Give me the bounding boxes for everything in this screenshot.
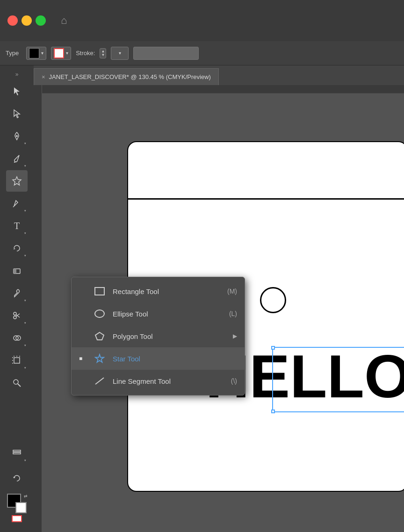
stroke-fill-button[interactable]: ▾ [51,47,71,60]
tool-corner-arrow: ▾ [24,344,26,347]
svg-rect-19 [13,450,21,452]
no-fill-icon [54,48,64,58]
ellipse-tool-shortcut: (L) [229,310,237,317]
tool-corner-arrow: ▾ [24,459,26,462]
stroke-fill-dropdown-arrow: ▾ [66,50,68,56]
tab-bar: × JANET_LASER_DISCOVER* @ 130.45 % (CMYK… [34,65,404,85]
menu-item-polygon-tool[interactable]: Polygon Tool ▶ [72,325,245,347]
type-tool-label: T [14,221,20,231]
canvas-area: × JANET_LASER_DISCOVER* @ 130.45 % (CMYK… [34,65,404,532]
svg-marker-23 [95,332,104,340]
stroke-spinner[interactable]: ▲ ▼ [100,48,106,58]
context-menu: Rectangle Tool (M) Ellipse Tool (L) [71,277,245,395]
polygon-tool-label: Polygon Tool [113,332,226,340]
pen-tool-button[interactable]: ▾ [6,125,28,147]
fill-swatch [29,48,39,58]
spinner-down-arrow[interactable]: ▼ [101,53,105,57]
tool-corner-arrow: ▾ [24,164,26,168]
swap-colors-icon[interactable]: ⇄ [24,494,28,498]
stroke-label: Stroke: [76,50,95,57]
home-icon[interactable]: ⌂ [61,14,67,27]
line-segment-tool-shortcut: (\) [231,377,237,385]
zoom-tool-button[interactable] [6,372,28,394]
artboard-tool-button[interactable]: ▾ [6,350,28,371]
type-label: Type [6,50,19,57]
tool-corner-arrow: ▾ [24,366,26,370]
svg-marker-1 [13,177,21,185]
none-swatch[interactable] [10,515,24,525]
scissors-tool-button[interactable]: ▾ [6,305,28,326]
svg-line-18 [18,384,21,387]
expand-panel-icon[interactable]: » [14,69,21,79]
menu-check-star: ■ [79,355,87,362]
polygon-tool-icon [93,330,106,343]
menu-item-star-tool[interactable]: ■ Star Tool [72,347,245,370]
fill-color-button[interactable]: ▾ [26,47,46,60]
artboard-top-line [127,198,404,200]
maximize-button[interactable] [36,15,46,26]
svg-point-0 [16,135,18,137]
top-toolbar: Type ▾ ▾ Stroke: ▲ ▼ ▾ [0,41,404,65]
fg-bg-swatch[interactable]: ⇄ [7,494,27,513]
stroke-value-field [133,47,199,60]
color-boxes: ▾ ⇄ [6,442,28,528]
stroke-dropdown-arrow: ▾ [119,50,121,56]
eyedropper-tool-button[interactable]: ▾ [6,282,28,304]
pencil-tool-button[interactable]: ▾ [6,193,28,214]
rectangle-tool-shortcut: (M) [227,288,237,295]
ellipse-tool-icon [93,307,106,320]
canvas-wrapper[interactable]: HELLO Rectangle Tool [34,85,404,532]
menu-item-ellipse-tool[interactable]: Ellipse Tool (L) [72,302,245,325]
selection-tool-button[interactable] [6,80,28,102]
tool-corner-arrow: ▾ [24,321,26,325]
stroke-dropdown-button[interactable]: ▾ [111,47,129,60]
svg-rect-20 [13,453,21,454]
eraser-tool-button[interactable] [6,260,28,281]
tool-corner-arrow: ▾ [24,142,26,145]
traffic-lights [7,15,46,26]
main-area: » ▾ ▾ ▾ [0,65,404,532]
tool-corner-arrow: ▾ [24,209,26,213]
tab-title: JANET_LASER_DISCOVER* @ 130.45 % (CMYK/P… [49,73,211,80]
fill-dropdown-arrow: ▾ [41,50,43,56]
line-segment-tool-label: Line Segment Tool [113,377,224,385]
rectangle-tool-label: Rectangle Tool [113,288,221,295]
none-swatch-inner [12,515,22,522]
ruler-left [34,85,42,532]
menu-item-line-segment-tool[interactable]: Line Segment Tool (\) [72,370,245,392]
shape-builder-tool-button[interactable]: ▾ [6,327,28,349]
close-button[interactable] [7,15,18,26]
star-tool-icon [93,352,106,365]
background-swatch[interactable] [15,502,27,513]
svg-rect-10 [14,358,20,363]
tool-corner-arrow: ▾ [24,231,26,235]
svg-rect-3 [14,269,16,273]
tool-corner-arrow: ▾ [24,299,26,302]
layers-button[interactable]: ▾ [6,442,28,464]
direct-select-tool-button[interactable] [6,103,28,124]
polygon-submenu-arrow: ▶ [233,333,237,339]
shape-tool-button[interactable] [6,170,28,192]
svg-rect-21 [42,85,404,93]
svg-point-17 [14,380,18,384]
document-tab[interactable]: × JANET_LASER_DISCOVER* @ 130.45 % (CMYK… [34,68,219,85]
svg-line-25 [95,378,104,384]
star-tool-label: Star Tool [113,355,237,363]
tab-close-button[interactable]: × [42,73,45,80]
tool-corner-arrow: ▾ [24,254,26,258]
type-tool-button[interactable]: T ▾ [6,215,28,237]
rectangle-tool-icon [93,285,106,298]
circle-shape [260,287,286,313]
minimize-button[interactable] [22,15,32,26]
menu-item-rectangle-tool[interactable]: Rectangle Tool (M) [72,280,245,302]
left-toolbar: » ▾ ▾ ▾ [0,65,34,532]
svg-marker-24 [95,354,104,362]
rotate-tool-button[interactable]: ▾ [6,237,28,259]
undo-button[interactable] [6,467,28,489]
ellipse-tool-label: Ellipse Tool [113,310,223,318]
ruler-top [42,85,404,93]
title-bar: ⌂ [0,0,404,41]
brush-tool-button[interactable]: ▾ [6,148,28,169]
line-segment-tool-icon [93,374,106,388]
